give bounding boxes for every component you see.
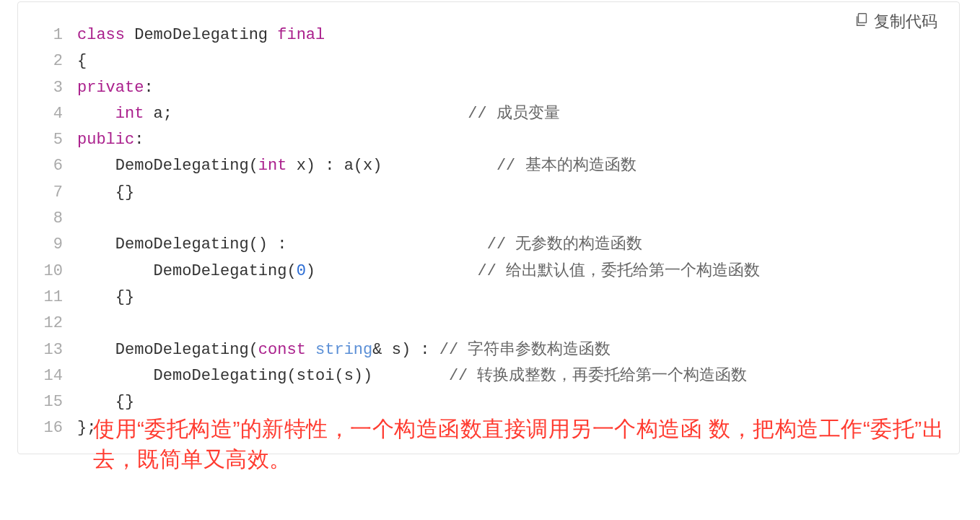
code-content: {} [77, 285, 134, 311]
line-number: 2 [35, 48, 77, 74]
code-content: DemoDelegating(0) // 给出默认值，委托给第一个构造函数 [77, 259, 760, 285]
line-number: 5 [35, 127, 77, 153]
code-panel: 复制代码 1class DemoDelegating final2{3priva… [17, 1, 960, 454]
line-number: 15 [35, 389, 77, 415]
line-number: 14 [35, 363, 77, 389]
line-number: 3 [35, 75, 77, 101]
code-line: 4 int a; // 成员变量 [35, 101, 942, 127]
line-number: 9 [35, 232, 77, 258]
code-content: private: [77, 75, 154, 101]
code-content: DemoDelegating(int x) : a(x) // 基本的构造函数 [77, 153, 636, 179]
code-block: 1class DemoDelegating final2{3private:4 … [18, 22, 959, 442]
code-content: class DemoDelegating final [77, 22, 325, 48]
code-line: 1class DemoDelegating final [35, 22, 942, 48]
code-line: 15 {} [35, 389, 942, 415]
code-line: 14 DemoDelegating(stoi(s)) // 转换成整数，再委托给… [35, 363, 942, 389]
line-number: 11 [35, 285, 77, 311]
copy-icon [854, 12, 870, 32]
line-number: 6 [35, 153, 77, 179]
code-line: 6 DemoDelegating(int x) : a(x) // 基本的构造函… [35, 153, 942, 179]
code-line: 12 [35, 311, 942, 337]
line-number: 8 [35, 206, 77, 232]
line-number: 10 [35, 259, 77, 285]
line-number: 13 [35, 337, 77, 363]
code-line: 8 [35, 206, 942, 232]
svg-rect-0 [858, 14, 866, 23]
code-content: DemoDelegating(const string& s) : // 字符串… [77, 337, 611, 363]
code-line: 2{ [35, 48, 942, 74]
copy-button-label: 复制代码 [874, 11, 937, 32]
copy-button[interactable]: 复制代码 [854, 11, 937, 32]
code-line: 10 DemoDelegating(0) // 给出默认值，委托给第一个构造函数 [35, 259, 942, 285]
code-content: DemoDelegating(stoi(s)) // 转换成整数，再委托给第一个… [77, 363, 748, 389]
code-line: 5public: [35, 127, 942, 153]
code-line: 11 {} [35, 285, 942, 311]
line-number: 1 [35, 22, 77, 48]
code-content: {} [77, 180, 134, 206]
code-content: DemoDelegating() : // 无参数的构造函数 [77, 232, 642, 258]
code-content: { [77, 48, 87, 74]
code-line: 9 DemoDelegating() : // 无参数的构造函数 [35, 232, 942, 258]
code-content: {} [77, 389, 134, 415]
line-number: 12 [35, 311, 77, 337]
code-content: public: [77, 127, 144, 153]
code-line: 13 DemoDelegating(const string& s) : // … [35, 337, 942, 363]
line-number: 4 [35, 101, 77, 127]
code-line: 3private: [35, 75, 942, 101]
line-number: 7 [35, 180, 77, 206]
annotation-text: 使用“委托构造”的新特性，一个构造函数直接调用另一个构造函 数，把构造工作“委托… [93, 414, 959, 474]
code-content: int a; // 成员变量 [77, 101, 560, 127]
line-number: 16 [35, 415, 77, 441]
code-line: 7 {} [35, 180, 942, 206]
